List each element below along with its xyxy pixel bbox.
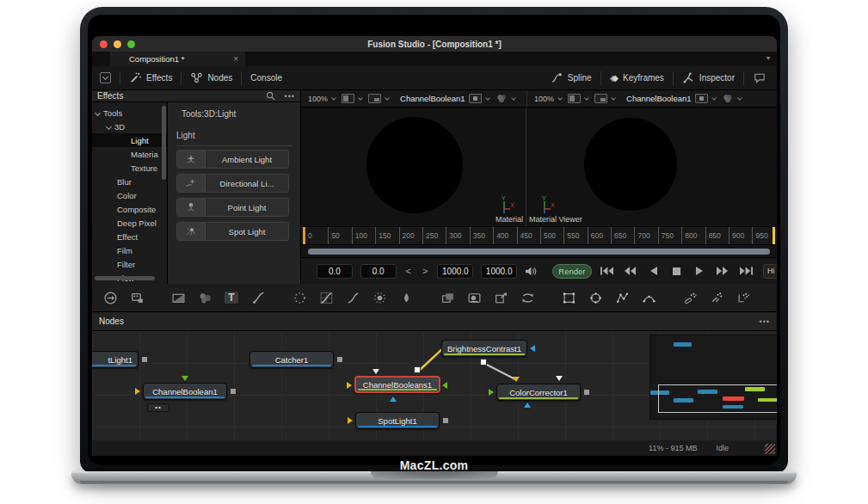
rectangle-mask-icon[interactable] xyxy=(561,290,576,305)
tree-item-material[interactable]: Materia xyxy=(92,147,167,161)
output-port[interactable] xyxy=(142,357,147,362)
tab-close-icon[interactable]: × xyxy=(233,54,238,64)
node-spotlight1[interactable]: SpotLight1 xyxy=(355,412,440,429)
p-render-icon[interactable] xyxy=(736,290,751,305)
transform-icon[interactable] xyxy=(520,290,535,305)
input-port[interactable] xyxy=(556,376,563,381)
tree-item-deep-pixel[interactable]: Deep Pixel xyxy=(92,216,167,230)
viewer-source-left[interactable]: ChannelBoolean1 xyxy=(400,94,465,103)
fast-forward-button[interactable] xyxy=(715,264,730,278)
hiq-button[interactable]: Hi xyxy=(763,264,777,279)
tree-item-blur[interactable]: Blur xyxy=(92,175,167,188)
layout-icon[interactable] xyxy=(594,94,607,103)
particles-icon[interactable] xyxy=(292,290,307,305)
more-options-icon[interactable]: ••• xyxy=(285,92,295,101)
tree-horizontal-scrollbar[interactable] xyxy=(95,276,155,280)
viewer-source-right[interactable]: ChannelBoolean1 xyxy=(626,94,692,103)
play-button[interactable] xyxy=(692,264,707,278)
tree-item-color[interactable]: Color xyxy=(92,188,167,202)
matte-control-icon[interactable] xyxy=(466,290,482,305)
go-start-button[interactable] xyxy=(600,264,615,278)
p-merge-icon[interactable] xyxy=(709,290,724,305)
tree-item-filter[interactable]: Filter xyxy=(92,257,167,271)
range-end-field[interactable]: 1000.0 xyxy=(437,264,473,279)
playhead[interactable] xyxy=(303,227,305,244)
p-emitter-icon[interactable] xyxy=(682,290,698,305)
ambient-light-button[interactable]: Ambient Light xyxy=(176,150,289,169)
console-panel-button[interactable]: Console xyxy=(250,73,282,83)
tree-item-composite[interactable]: Composite xyxy=(92,202,167,216)
effects-tree[interactable]: Tools 3D Light Materia Texture Blur Colo… xyxy=(92,102,168,285)
node-colorcorrector1[interactable]: ColorCorrector1 xyxy=(496,384,581,401)
output-port[interactable] xyxy=(443,418,448,423)
color-gamma-icon[interactable] xyxy=(345,290,360,305)
node-brightnesscontrast1[interactable]: BrightnessContrast1 xyxy=(441,340,527,357)
nodes-panel-button[interactable]: Nodes xyxy=(190,71,232,84)
node-graph[interactable]: tLight1 ChannelBoolean1 •• Catcher1 Chan… xyxy=(92,331,777,440)
tree-item-tools[interactable]: Tools xyxy=(92,106,167,120)
zoom-level-left[interactable]: 100% xyxy=(308,95,328,103)
input-port[interactable] xyxy=(489,389,494,396)
time-ruler[interactable]: 0 50 100 150 200 250 300 350 400 450 500… xyxy=(301,226,777,245)
input-port[interactable] xyxy=(390,396,397,402)
point-light-button[interactable]: Point Light xyxy=(176,198,289,217)
title-bar[interactable]: Fusion Studio - [Composition1 *] xyxy=(92,36,777,52)
input-port[interactable] xyxy=(442,382,447,389)
node-channelbooleans1-selected[interactable]: ChannelBooleans1 xyxy=(354,376,440,393)
tree-item-light[interactable]: Light xyxy=(92,133,167,147)
lut-icon[interactable] xyxy=(469,94,482,103)
node-tlight1[interactable]: tLight1 xyxy=(92,351,139,368)
left-viewer[interactable]: Y X Material xyxy=(301,108,526,226)
speaker-icon[interactable] xyxy=(525,266,538,277)
range-start-field[interactable]: 0.0 xyxy=(317,264,353,279)
zoom-level-right[interactable]: 100% xyxy=(534,95,554,103)
brightness-contrast-icon[interactable] xyxy=(372,290,387,305)
fast-rewind-button[interactable] xyxy=(623,264,638,278)
blur-icon[interactable] xyxy=(398,290,414,305)
input-port[interactable] xyxy=(135,388,140,395)
directional-light-button[interactable]: Directional Li... xyxy=(176,174,289,193)
output-port[interactable] xyxy=(231,389,236,394)
resize-grip-icon[interactable] xyxy=(765,444,775,454)
input-port[interactable] xyxy=(530,345,535,352)
background-icon[interactable] xyxy=(170,290,186,305)
color-curves-icon[interactable] xyxy=(318,290,334,305)
output-port[interactable] xyxy=(480,359,487,366)
loader-icon[interactable] xyxy=(102,290,118,305)
timeline-scrollbar[interactable] xyxy=(308,249,770,255)
tree-item-effect[interactable]: Effect xyxy=(92,230,167,243)
input-port[interactable] xyxy=(372,369,379,374)
output-port[interactable] xyxy=(584,390,589,395)
color-wheel-icon[interactable] xyxy=(496,94,508,104)
input-port[interactable] xyxy=(513,377,520,382)
input-port[interactable] xyxy=(524,403,531,408)
more-options-icon[interactable]: ••• xyxy=(760,317,770,326)
tab-list-dropdown-icon[interactable]: ▾ xyxy=(766,54,770,62)
current-frame-field[interactable]: 0.0 xyxy=(360,264,397,279)
polygon-mask-icon[interactable] xyxy=(614,290,630,305)
spot-light-button[interactable]: Spot Light xyxy=(176,222,289,241)
comment-badge[interactable]: •• xyxy=(147,403,169,412)
inspector-panel-button[interactable]: Inspector xyxy=(682,71,735,84)
tree-vertical-scrollbar[interactable] xyxy=(162,106,166,180)
effects-panel-button[interactable]: Effects xyxy=(129,71,172,84)
input-port[interactable] xyxy=(348,417,353,424)
tree-item-3d[interactable]: 3D xyxy=(92,120,167,133)
lut-icon[interactable] xyxy=(695,94,708,103)
composition-tab[interactable]: Composition1 * × xyxy=(110,52,245,66)
bspline-mask-icon[interactable] xyxy=(641,290,656,305)
render-button[interactable]: Render xyxy=(552,264,592,279)
keyframes-panel-button[interactable]: ◆◆ Keyframes xyxy=(610,73,664,83)
layout-icon[interactable] xyxy=(368,94,381,103)
split-view-icon[interactable] xyxy=(568,94,581,103)
search-icon[interactable] xyxy=(265,90,276,101)
fastnoise-icon[interactable] xyxy=(197,290,212,305)
minimap-viewport[interactable] xyxy=(658,384,777,413)
right-viewer[interactable]: Y X Material Viewer xyxy=(526,108,777,226)
text-icon[interactable]: T xyxy=(224,290,239,305)
tree-item-film[interactable]: Film xyxy=(92,243,167,257)
ellipse-mask-icon[interactable] xyxy=(588,290,603,305)
output-port[interactable] xyxy=(414,366,421,373)
color-wheel-icon[interactable] xyxy=(722,94,734,104)
step-back-button[interactable]: < xyxy=(404,266,413,276)
